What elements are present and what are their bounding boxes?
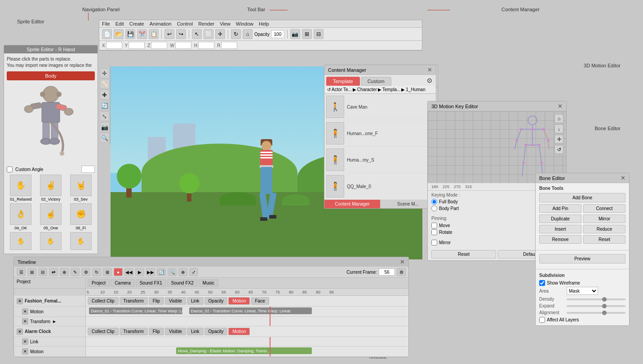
tl-prev-btn[interactable]: ◀◀ (124, 268, 133, 276)
cm-bottom-content-mgr[interactable]: Content Manager (324, 200, 380, 208)
menu-render[interactable]: Render (198, 21, 214, 26)
alarm-x[interactable]: ✕ (17, 329, 23, 335)
transform-btn[interactable]: ⬜ (204, 29, 213, 39)
ac-visible[interactable]: Visible (165, 328, 186, 335)
fc-opacity[interactable]: Opacity (204, 297, 228, 305)
bc-4[interactable]: 1_Human (406, 87, 425, 92)
menu-create[interactable]: Create (129, 21, 144, 26)
bone-reset-btn[interactable]: Reset (583, 235, 625, 244)
tl-zoom-out[interactable]: 🔍 (168, 268, 177, 276)
ch-tab-camera[interactable]: Camera (111, 279, 135, 287)
h-input[interactable] (198, 42, 214, 49)
ac-link[interactable]: Link (187, 328, 203, 335)
menu-control[interactable]: Control (177, 21, 193, 26)
redo-btn[interactable]: ↪ (176, 29, 186, 39)
fc-visible[interactable]: Visible (165, 297, 186, 305)
new-btn[interactable]: 📄 (102, 29, 112, 39)
pose-item-3[interactable]: 🤘 03_Sev (67, 175, 95, 202)
fc-flip[interactable]: Flip (149, 297, 164, 305)
mirror-check[interactable] (431, 240, 437, 246)
pose-item-1[interactable]: ✋ 01_Relaxed (7, 175, 35, 202)
ch-tab-sfx1[interactable]: Sound FX1 (136, 279, 166, 287)
ac-motion[interactable]: Motion (228, 328, 250, 335)
ac-opacity[interactable]: Opacity (204, 328, 228, 335)
fc-link[interactable]: Link (187, 297, 203, 305)
add-pin-btn[interactable]: Add Pin (539, 204, 581, 213)
remove-btn[interactable]: Remove (539, 235, 581, 244)
tl-settings-btn[interactable]: ⚙ (397, 268, 406, 276)
tool-scale[interactable]: ⤡ (100, 111, 110, 121)
fc-collect[interactable]: Collect Clip (88, 297, 119, 305)
paste-btn[interactable]: 📋 (149, 29, 159, 39)
ch-tab-sfx2[interactable]: Sound FX2 (167, 279, 198, 287)
tl-btn-4[interactable]: ⇄ (49, 268, 58, 276)
tl-next-btn[interactable]: ▶▶ (146, 268, 155, 276)
tool-move[interactable]: ✚ (100, 90, 110, 100)
open-btn[interactable]: 📂 (114, 29, 124, 39)
z-input[interactable] (151, 42, 167, 49)
menu-file[interactable]: File (102, 21, 110, 26)
pin-move-check[interactable] (431, 223, 437, 228)
fashion-x[interactable]: ✕ (17, 298, 23, 304)
pose-item-6[interactable]: ✊ 06_Fi (67, 203, 95, 230)
motion-1-track[interactable]: Dance_01 - Transition Curve: Linear, Tim… (86, 307, 408, 316)
body-button[interactable]: Body (7, 71, 95, 80)
custom-angle-checkbox[interactable] (7, 167, 13, 172)
ch-tab-music[interactable]: Music (199, 279, 218, 287)
frame-input[interactable] (379, 268, 395, 276)
tl-btn-9[interactable]: ⊞ (103, 268, 112, 276)
ac-transform[interactable]: Transform (120, 328, 148, 335)
cm-item-0[interactable]: 🚶 Cave Man (324, 94, 436, 120)
menu-view[interactable]: View (220, 21, 231, 26)
tool-bone[interactable]: 🦴 (100, 79, 110, 89)
tl-loop-btn[interactable]: 🔄 (157, 268, 166, 276)
ac-flip[interactable]: Flip (149, 328, 164, 335)
tl-btn-3[interactable]: ⊟ (38, 268, 47, 276)
r-input[interactable] (221, 42, 237, 49)
move-btn[interactable]: ✛ (215, 29, 225, 39)
tool-select[interactable]: ✛ (100, 68, 110, 78)
tl-btn-8[interactable]: ↻ (92, 268, 101, 276)
tl-btn-5[interactable]: ⊕ (60, 268, 69, 276)
transform-track[interactable] (86, 317, 408, 326)
connect-btn[interactable]: Connect (583, 204, 625, 213)
tl-rec-btn[interactable]: ● (114, 268, 123, 276)
insert-btn[interactable]: Insert (539, 225, 581, 233)
camera-btn[interactable]: 📷 (290, 29, 300, 39)
mc-down[interactable]: ↓ (554, 124, 563, 133)
full-body-radio[interactable] (431, 199, 437, 205)
reset-btn[interactable]: Reset (431, 250, 496, 259)
ac-collect[interactable]: Collect Clip (88, 328, 119, 335)
pose-item-4[interactable]: 👌 04_OK (7, 203, 35, 230)
bc-2[interactable]: Character (357, 87, 377, 92)
mc-reset[interactable]: ↺ (554, 145, 563, 154)
bc-3[interactable]: Templa... (382, 87, 401, 92)
y-input[interactable] (129, 42, 145, 49)
tool-zoom[interactable]: 🔍 (100, 133, 110, 143)
opacity-input[interactable] (271, 30, 284, 38)
pose-item-5[interactable]: ☝️ 05_One (37, 203, 65, 230)
grid-btn[interactable]: ⊞ (302, 29, 312, 39)
affect-all-check[interactable] (539, 317, 545, 323)
mc-cross[interactable]: ✛ (554, 135, 563, 144)
bc-1[interactable]: Actor Te... (332, 87, 352, 92)
tl-play-btn[interactable]: ▶ (135, 268, 144, 276)
tl-btn-2[interactable]: ⊞ (27, 268, 36, 276)
columns-btn[interactable]: ⊟ (314, 29, 324, 39)
tool-rotate[interactable]: 🔄 (100, 101, 110, 110)
cm-item-3[interactable]: 🧍 QQ_Male_0 (324, 173, 436, 200)
mirror-btn[interactable]: Mirror (583, 215, 625, 223)
tl-btn-7[interactable]: ⚙ (81, 268, 90, 276)
x-input[interactable] (106, 42, 122, 49)
menu-animation[interactable]: Animation (150, 21, 172, 26)
ch-tab-project[interactable]: Project (88, 279, 110, 287)
bone-editor-close[interactable]: ✕ (621, 175, 625, 181)
show-wireframe-check[interactable] (539, 280, 545, 286)
area-select[interactable]: Mask All (567, 287, 598, 295)
select-btn[interactable]: ↖ (192, 29, 202, 39)
cm-item-1[interactable]: 🧍 Human...one_F (324, 120, 436, 147)
transform-x[interactable]: ✕ (22, 318, 28, 325)
menu-help[interactable]: Help (259, 21, 269, 26)
tl-close[interactable]: ✕ (400, 259, 405, 265)
duplicate-btn[interactable]: Duplicate (539, 215, 581, 223)
